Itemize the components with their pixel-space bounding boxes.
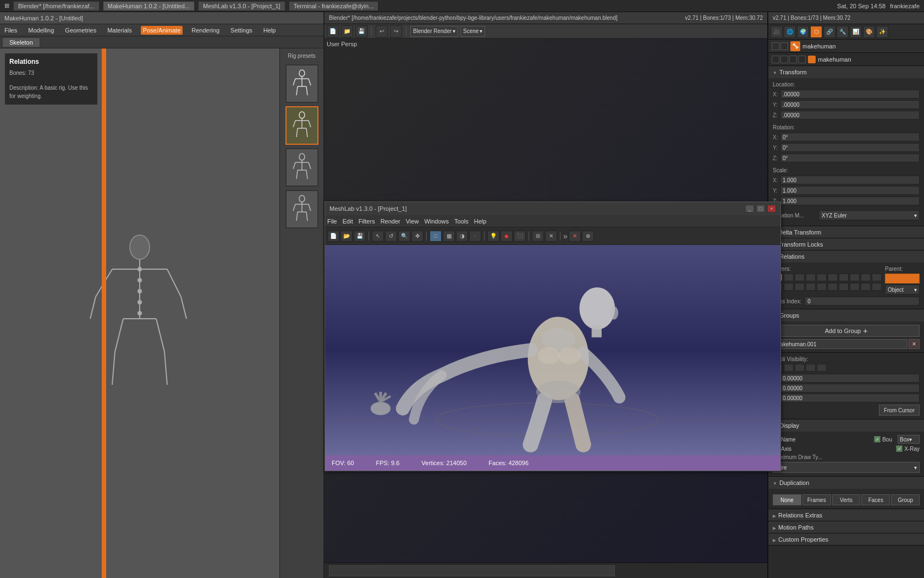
ml-menu-tools[interactable]: Tools xyxy=(454,218,469,225)
parent-type-select[interactable]: Object ▾ xyxy=(885,285,920,295)
prop-icon-world[interactable]: 🌍 xyxy=(797,26,809,38)
layer-6[interactable] xyxy=(828,274,838,281)
bou-checkbox[interactable] xyxy=(874,436,881,443)
layer-16[interactable] xyxy=(828,283,838,291)
layer-19[interactable] xyxy=(861,283,871,291)
delta-transform-header[interactable]: Delta Transform xyxy=(768,226,924,238)
obj-vis-1[interactable] xyxy=(772,56,779,63)
rot-x-input[interactable]: 0° xyxy=(780,133,920,141)
dup-btn-none[interactable]: None xyxy=(773,494,801,505)
loc-x-input[interactable]: .00000 xyxy=(780,90,920,99)
loc-y-input[interactable]: .00000 xyxy=(780,100,920,109)
ml-btn-open[interactable]: 📂 xyxy=(340,231,353,242)
rot-y-input[interactable]: 0° xyxy=(780,143,920,152)
mh-menu-poseanimate[interactable]: Pose/Animate xyxy=(141,26,183,35)
ml-btn-rotate[interactable]: ↺ xyxy=(385,231,397,242)
prop-icon-constraint[interactable]: 🔗 xyxy=(823,26,835,38)
custom-properties-header[interactable]: Custom Properties xyxy=(768,533,924,546)
layer-15[interactable] xyxy=(817,283,827,291)
prop-icon-object[interactable]: ⬡ xyxy=(810,26,822,38)
layer-12[interactable] xyxy=(784,283,794,291)
wire-dropdown[interactable]: Wire ▾ xyxy=(773,462,920,473)
ml-btn-zoom[interactable]: 🔍 xyxy=(398,231,410,242)
mh-main-view[interactable]: Relations Bones: 73 Description: A basic… xyxy=(0,48,279,578)
rot-z-input[interactable]: 0° xyxy=(780,154,920,162)
ml-btn-shaded[interactable]: ◑ xyxy=(456,231,468,242)
dupli-y-input[interactable]: 0.00000 xyxy=(780,384,920,392)
ml-btn-translate[interactable]: ✥ xyxy=(411,231,424,242)
blender-icon-redo[interactable]: ↪ xyxy=(390,25,402,37)
group-remove-btn[interactable]: × xyxy=(909,339,920,349)
mh-menu-materials[interactable]: Materials xyxy=(105,26,134,35)
mh-menu-modelling[interactable]: Modelling xyxy=(26,26,56,35)
ml-btn-new[interactable]: 📄 xyxy=(327,231,339,242)
layer-20[interactable] xyxy=(872,283,882,291)
ml-menu-edit[interactable]: Edit xyxy=(343,218,353,225)
mh-menu-geometries[interactable]: Geometries xyxy=(63,26,98,35)
bou-type-select[interactable]: Box ▾ xyxy=(898,435,920,444)
ml-btn-extra1[interactable]: ⊕ xyxy=(582,231,594,242)
relations-header[interactable]: Relations xyxy=(768,250,924,263)
mh-menu-settings[interactable]: Settings xyxy=(228,26,255,35)
dupli-x-input[interactable]: 0.00000 xyxy=(780,374,920,383)
rig-preset-2[interactable] xyxy=(285,106,318,145)
from-cursor-button[interactable]: From Cursor xyxy=(879,405,920,416)
vis-icon-1[interactable] xyxy=(772,42,779,50)
ml-btn-stop[interactable]: ✕ xyxy=(569,231,581,242)
layer-14[interactable] xyxy=(806,283,816,291)
blender-command-input[interactable] xyxy=(329,565,615,576)
scale-y-input[interactable]: 1.000 xyxy=(780,186,920,195)
pass-index-input[interactable]: 0 xyxy=(805,297,920,306)
prop-icon-render[interactable]: 🎥 xyxy=(771,26,783,38)
os-logo[interactable]: ⊞ xyxy=(4,2,9,9)
rig-preset-1[interactable] xyxy=(285,64,318,103)
dv-2[interactable] xyxy=(784,364,794,372)
ml-btn-grid[interactable]: ⊞ xyxy=(532,231,544,242)
dv-4[interactable] xyxy=(806,364,816,372)
prop-icon-modifier[interactable]: 🔧 xyxy=(837,26,849,38)
layer-9[interactable] xyxy=(861,274,871,281)
parent-input-field[interactable] xyxy=(885,274,920,283)
scale-x-input[interactable]: 1.000 xyxy=(780,176,920,184)
ml-menu-file[interactable]: File xyxy=(327,218,337,225)
rig-preset-4[interactable] xyxy=(285,190,318,228)
ml-menu-render[interactable]: Render xyxy=(381,218,400,225)
blender-icon-open[interactable]: 📁 xyxy=(341,25,353,37)
ml-menu-help[interactable]: Help xyxy=(474,218,487,225)
layer-8[interactable] xyxy=(850,274,860,281)
obj-vis-4[interactable] xyxy=(798,56,806,63)
dup-btn-group[interactable]: Group xyxy=(891,494,920,505)
transform-locks-header[interactable]: Transform Locks xyxy=(768,238,924,250)
ml-menu-windows[interactable]: Windows xyxy=(424,218,449,225)
ml-btn-wireframe[interactable]: □ xyxy=(430,231,442,242)
prop-icon-scene[interactable]: 🌐 xyxy=(784,26,796,38)
ml-btn-solid[interactable]: ▦ xyxy=(443,231,455,242)
layer-3[interactable] xyxy=(795,274,805,281)
layer-2[interactable] xyxy=(784,274,794,281)
ml-btn-select[interactable]: ↖ xyxy=(372,231,384,242)
blender-icon-undo[interactable]: ↩ xyxy=(376,25,388,37)
vis-icon-2[interactable] xyxy=(780,42,788,50)
layer-5[interactable] xyxy=(817,274,827,281)
ml-btn-light[interactable]: 💡 xyxy=(487,231,499,242)
display-header[interactable]: Display xyxy=(768,419,924,432)
ml-menu-view[interactable]: View xyxy=(406,218,419,225)
dv-5[interactable] xyxy=(817,364,827,372)
dup-btn-faces[interactable]: Faces xyxy=(861,494,890,505)
layer-18[interactable] xyxy=(850,283,860,291)
taskbar-meshlab[interactable]: MeshLab v1.3.0 - [Project_1] xyxy=(199,2,285,10)
mh-menu-files[interactable]: Files xyxy=(2,26,19,35)
taskbar-blender[interactable]: Blender* [/home/frankiezaf... xyxy=(14,2,99,10)
add-to-group-button[interactable]: Add to Group + xyxy=(773,325,920,337)
mh-tab-skeleton[interactable]: Skeleton xyxy=(2,37,40,47)
transform-section-header[interactable]: Transform xyxy=(768,66,924,78)
obj-vis-3[interactable] xyxy=(789,56,797,63)
taskbar-makehuman[interactable]: MakeHuman 1.0.2 - [Untitled... xyxy=(103,2,194,10)
meshlab-maximize-btn[interactable]: □ xyxy=(756,205,765,212)
relations-extras-header[interactable]: Relations Extras xyxy=(768,509,924,521)
blender-icon-new[interactable]: 📄 xyxy=(327,25,339,37)
layer-4[interactable] xyxy=(806,274,816,281)
ml-btn-points[interactable]: · xyxy=(469,231,481,242)
layer-17[interactable] xyxy=(839,283,849,291)
ml-btn-axes[interactable]: ✕ xyxy=(545,231,557,242)
